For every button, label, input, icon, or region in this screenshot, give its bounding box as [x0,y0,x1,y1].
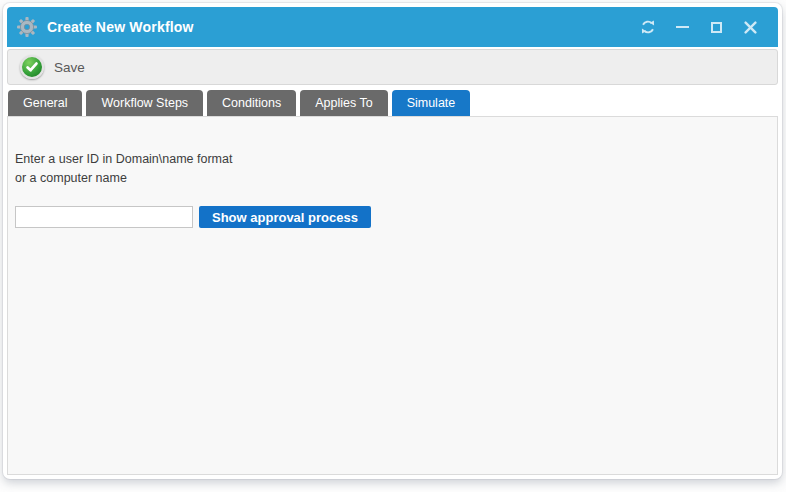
instruction-line-2: or a computer name [15,169,767,188]
simulate-panel: Enter a user ID in Domain\name format or… [7,116,778,475]
window-controls [626,15,762,39]
tab-simulate[interactable]: Simulate [392,90,471,116]
save-label: Save [54,60,85,75]
instruction-line-1: Enter a user ID in Domain\name format [15,150,767,169]
tab-strip: General Workflow Steps Conditions Applie… [7,90,778,116]
tab-applies-to[interactable]: Applies To [300,90,387,116]
close-icon[interactable] [738,15,762,39]
tab-general[interactable]: General [8,90,82,116]
titlebar: Create New Workflow [7,7,778,47]
gear-icon [16,16,38,38]
toolbar: Save [7,49,778,85]
instruction-text: Enter a user ID in Domain\name format or… [15,150,767,188]
tab-conditions[interactable]: Conditions [207,90,296,116]
show-approval-process-button[interactable]: Show approval process [199,206,371,228]
tab-workflow-steps[interactable]: Workflow Steps [86,90,203,116]
create-new-workflow-dialog: Create New Workflow [3,3,782,479]
user-id-input[interactable] [15,206,193,228]
minimize-icon[interactable] [670,15,694,39]
save-button[interactable]: Save [20,55,85,79]
simulate-form-row: Show approval process [15,206,767,228]
window-title: Create New Workflow [47,19,194,35]
refresh-icon[interactable] [636,15,660,39]
maximize-icon[interactable] [704,15,728,39]
check-circle-icon [20,55,44,79]
